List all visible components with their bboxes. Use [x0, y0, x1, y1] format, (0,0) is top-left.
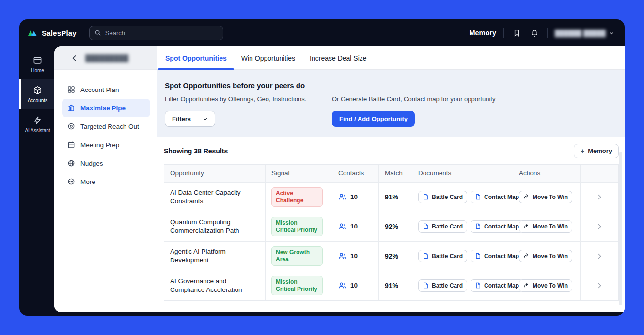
- results-section: Showing 38 Results + Memory Opportunity …: [157, 137, 625, 312]
- chevron-right-icon: [596, 252, 603, 260]
- sidebar: Home Accounts AI Assistant: [19, 46, 54, 316]
- column-header-contacts: Contacts: [332, 165, 378, 182]
- subnav-item-nudges[interactable]: Nudges: [62, 154, 150, 172]
- content: Spot Opportunities before your peers do …: [157, 70, 625, 312]
- account-header-left: █████████: [54, 46, 157, 69]
- sidebar-item-label: AI Assistant: [25, 128, 50, 133]
- find-add-opportunity-button[interactable]: Find / Add Opportunity: [332, 111, 415, 127]
- match-percent: 91%: [385, 193, 398, 201]
- account-name: █████████: [85, 54, 128, 62]
- memory-button[interactable]: + Memory: [574, 144, 619, 158]
- contacts-count: 10: [338, 252, 358, 260]
- body: Home Accounts AI Assistant: [19, 46, 625, 316]
- battle-card-button[interactable]: Battle Card: [418, 191, 467, 203]
- main-panel: █████████ Spot Opportunities Win Opportu…: [54, 46, 625, 312]
- topbar-right: Memory ██████ █████: [469, 28, 614, 38]
- table-row: Agentic AI Platform Development New Grow…: [164, 241, 618, 271]
- signal-badge: Mission Critical Priority: [271, 217, 323, 236]
- subnav-item-more[interactable]: More: [62, 172, 150, 191]
- memory-link[interactable]: Memory: [469, 29, 496, 37]
- sidebar-item-ai-assistant[interactable]: AI Assistant: [19, 109, 54, 139]
- row-expand-chevron[interactable]: [580, 242, 618, 271]
- battle-card-label: Battle Card: [432, 282, 463, 289]
- signal-badge: New Growth Area: [271, 246, 323, 266]
- move-to-win-button[interactable]: Move To Win: [519, 220, 572, 233]
- row-expand-chevron[interactable]: [580, 183, 618, 212]
- battle-card-button[interactable]: Battle Card: [418, 279, 467, 292]
- subnav-label: Targeted Reach Out: [80, 123, 139, 130]
- contacts-count: 10: [338, 193, 358, 201]
- grid-icon: [67, 86, 75, 93]
- column-header-spacer: [580, 165, 618, 182]
- table-header-row: Opportunity Signal Contacts Match Docume…: [164, 165, 618, 182]
- subnav-item-account-plan[interactable]: Account Plan: [62, 80, 150, 99]
- battle-card-button[interactable]: Battle Card: [418, 250, 467, 262]
- chevron-down-icon: [203, 116, 208, 122]
- sidebar-item-accounts[interactable]: Accounts: [19, 79, 54, 109]
- filters-button[interactable]: Filters: [165, 111, 215, 127]
- match-percent: 92%: [385, 223, 398, 230]
- divider: [547, 28, 548, 38]
- bookmark-icon[interactable]: [511, 28, 522, 38]
- tab-label: Win Opportunities: [241, 54, 295, 62]
- target-icon: [67, 122, 75, 130]
- notifications-bell-icon[interactable]: [529, 28, 540, 38]
- subnav-item-targeted-reach-out[interactable]: Targeted Reach Out: [62, 117, 150, 136]
- search-input[interactable]: [105, 30, 218, 37]
- people-icon: [338, 252, 346, 260]
- tab-win-opportunities[interactable]: Win Opportunities: [234, 46, 302, 69]
- sidebar-item-label: Accounts: [28, 98, 47, 103]
- move-to-win-button[interactable]: Move To Win: [519, 279, 572, 292]
- app-window: SalesPlay Memory: [19, 19, 625, 316]
- results-summary: Showing 38 Results: [164, 147, 228, 155]
- document-icon: [423, 194, 429, 200]
- signal-badge: Active Challenge: [271, 187, 323, 207]
- tab-spot-opportunities[interactable]: Spot Opportunities: [158, 46, 234, 69]
- move-to-win-button[interactable]: Move To Win: [519, 191, 572, 203]
- topbar: SalesPlay Memory: [19, 19, 625, 46]
- column-header-signal: Signal: [265, 165, 332, 182]
- move-to-win-label: Move To Win: [533, 194, 568, 200]
- column-header-documents: Documents: [412, 165, 513, 182]
- more-circle-icon: [67, 178, 75, 185]
- tab-increase-deal-size[interactable]: Increase Deal Size: [302, 46, 374, 69]
- sidebar-item-home[interactable]: Home: [19, 49, 54, 79]
- opportunities-table: Opportunity Signal Contacts Match Docume…: [164, 164, 619, 301]
- brand-name: SalesPlay: [42, 29, 77, 37]
- back-chevron-icon[interactable]: [71, 54, 79, 62]
- subnav-item-meeting-prep[interactable]: Meeting Prep: [62, 136, 150, 154]
- memory-button-label: Memory: [588, 147, 612, 154]
- plus-icon: +: [581, 147, 584, 155]
- table-row: Quantum Computing Commercialization Path…: [164, 212, 618, 241]
- move-arrow-icon: [523, 253, 530, 259]
- row-expand-chevron[interactable]: [580, 212, 618, 241]
- battle-card-button[interactable]: Battle Card: [418, 220, 467, 233]
- globe-icon: [67, 159, 75, 167]
- chevron-right-icon: [596, 193, 603, 201]
- contacts-value: 10: [350, 193, 358, 200]
- vertical-scrollbar[interactable]: [619, 152, 622, 305]
- tab-bar: Spot Opportunities Win Opportunities Inc…: [157, 46, 374, 69]
- battle-card-label: Battle Card: [432, 253, 463, 259]
- document-icon: [423, 253, 429, 259]
- sidebar-item-label: Home: [31, 68, 44, 73]
- column-header-match: Match: [378, 165, 412, 182]
- user-name: ██████ █████: [555, 30, 606, 37]
- chevron-right-icon: [596, 282, 603, 289]
- subnav-label: More: [80, 178, 95, 185]
- move-arrow-icon: [523, 223, 530, 229]
- contacts-count: 10: [338, 222, 358, 230]
- brand-logo-icon: [27, 29, 38, 37]
- search-box[interactable]: [89, 26, 223, 40]
- match-percent: 92%: [385, 252, 398, 260]
- subnav-item-maximise-pipe[interactable]: Maximise Pipe: [62, 99, 150, 117]
- contacts-value: 10: [350, 223, 358, 230]
- move-to-win-label: Move To Win: [533, 253, 568, 259]
- home-icon: [33, 56, 42, 65]
- move-to-win-button[interactable]: Move To Win: [519, 250, 572, 262]
- document-icon: [423, 282, 429, 289]
- user-menu[interactable]: ██████ █████: [555, 30, 614, 37]
- contacts-count: 10: [338, 281, 358, 289]
- calendar-icon: [67, 141, 75, 149]
- row-expand-chevron[interactable]: [580, 271, 618, 300]
